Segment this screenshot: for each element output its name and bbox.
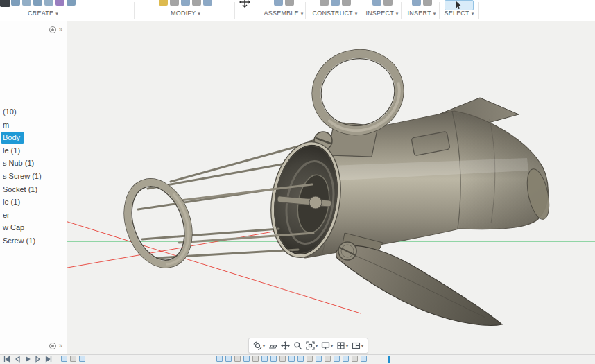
construct-menu[interactable]: CONSTRUCT ▾: [312, 10, 357, 17]
fit-icon: [306, 341, 315, 350]
grid-icon: [336, 341, 345, 350]
timeline-feature-icon[interactable]: [70, 356, 76, 362]
timeline-feature-icon[interactable]: [334, 356, 340, 362]
modify-tool-icon[interactable]: [181, 0, 190, 6]
data-panel-icon[interactable]: [0, 0, 10, 7]
model-blade-hinge-screw[interactable]: [338, 242, 356, 260]
timeline-feature-icon[interactable]: [225, 356, 232, 362]
press-pull-icon[interactable]: [159, 0, 168, 6]
create-form-icon[interactable]: [55, 0, 64, 6]
modify-tool-icon[interactable]: [192, 0, 201, 6]
timeline-feature-icon[interactable]: [234, 356, 241, 362]
timeline-feature-icon[interactable]: [279, 356, 286, 362]
browser-collapse-toggle-bottom[interactable]: »: [49, 343, 62, 349]
step-forward-button[interactable]: [35, 356, 42, 363]
timeline-feature-icon[interactable]: [79, 356, 85, 362]
create-tool-icon[interactable]: [44, 0, 53, 6]
inspect-menu[interactable]: INSPECT ▾: [365, 10, 398, 17]
caret-down-icon: ▾: [331, 343, 333, 348]
assemble-tool-icon[interactable]: [285, 0, 294, 6]
timeline-feature-icon[interactable]: [216, 356, 223, 362]
create-tool-icon[interactable]: [22, 0, 31, 6]
caret-down-icon: ▾: [396, 11, 399, 16]
zoom-button[interactable]: [292, 340, 304, 352]
go-to-end-button[interactable]: [45, 356, 52, 363]
model-front-ring[interactable]: [112, 169, 204, 277]
viewports-button[interactable]: ▾: [350, 340, 365, 352]
toolbar-divider: [439, 2, 440, 19]
grid-and-snaps-button[interactable]: ▾: [335, 340, 350, 352]
select-tool-highlight[interactable]: [445, 0, 474, 10]
toolbar-group-create: CREATE ▾: [4, 0, 82, 21]
browser-item[interactable]: s Nub (1): [0, 157, 67, 170]
modify-menu[interactable]: MODIFY ▾: [171, 10, 200, 17]
look-at-icon: [268, 341, 277, 350]
construct-tool-icon[interactable]: [320, 0, 329, 6]
toolbar-divider: [305, 2, 306, 19]
timeline-feature-icon[interactable]: [61, 356, 67, 362]
browser-item[interactable]: er: [0, 209, 67, 222]
browser-item[interactable]: m: [0, 119, 67, 132]
timeline-feature-icon[interactable]: [343, 356, 349, 362]
caret-down-icon: ▾: [301, 11, 304, 16]
timeline-feature-icon[interactable]: [316, 356, 322, 362]
timeline-feature-icon[interactable]: [243, 356, 250, 362]
toolbar-divider: [134, 2, 135, 19]
insert-menu[interactable]: INSERT ▾: [408, 10, 436, 17]
browser-item-label: m: [1, 119, 10, 130]
step-back-button[interactable]: [14, 356, 21, 363]
browser-item[interactable]: le (1): [0, 196, 67, 209]
timeline-feature-icon[interactable]: [298, 356, 304, 362]
navigation-bar: ▾: [248, 338, 368, 354]
browser-item-label: s Nub (1): [1, 157, 35, 168]
timeline-feature-icon[interactable]: [307, 356, 313, 362]
browser-item[interactable]: le (1): [0, 144, 67, 157]
create-tool-icon[interactable]: [11, 0, 20, 6]
browser-item-label: Body: [1, 132, 24, 144]
insert-tool-icon[interactable]: [423, 0, 432, 6]
assemble-tool-icon[interactable]: [274, 0, 283, 6]
inspect-tool-icon[interactable]: [372, 0, 381, 6]
create-tool-icon[interactable]: [67, 0, 76, 6]
browser-item[interactable]: w Cap: [0, 221, 67, 234]
timeline-feature-icon[interactable]: [252, 356, 259, 362]
browser-collapse-toggle-top[interactable]: »: [49, 26, 62, 33]
create-menu[interactable]: CREATE ▾: [28, 10, 58, 17]
assemble-menu[interactable]: ASSEMBLE ▾: [264, 10, 304, 17]
fusion-app-window: CREATE ▾ MODIFY ▾: [0, 0, 595, 364]
timeline-feature-icon[interactable]: [288, 356, 295, 362]
create-tool-icon[interactable]: [33, 0, 42, 6]
timeline-feature-icon[interactable]: [270, 356, 277, 362]
timeline-feature-icon[interactable]: [361, 356, 367, 362]
model-scene[interactable]: [0, 0, 595, 364]
construct-tool-icon[interactable]: [331, 0, 340, 6]
move-tool-icon[interactable]: [239, 0, 251, 8]
modify-menu-label: MODIFY: [171, 10, 196, 17]
insert-tool-icon[interactable]: [412, 0, 421, 6]
browser-item[interactable]: s Screw (1): [0, 170, 67, 183]
timeline-playback-controls: [3, 356, 52, 363]
browser-item-label: s Screw (1): [1, 171, 43, 182]
timeline-feature-icon[interactable]: [261, 356, 268, 362]
browser-item[interactable]: (10): [0, 105, 67, 119]
construct-tool-icon[interactable]: [342, 0, 351, 6]
pan-button[interactable]: [279, 340, 291, 352]
modify-tool-icon[interactable]: [170, 0, 179, 6]
timeline-feature-icon[interactable]: [325, 356, 331, 362]
play-button[interactable]: [24, 356, 31, 363]
browser-item[interactable]: Screw (1): [0, 234, 67, 248]
go-to-start-button[interactable]: [3, 356, 10, 363]
look-at-button[interactable]: [267, 340, 279, 352]
timeline-position-marker[interactable]: [388, 356, 390, 363]
browser-item[interactable]: Socket (1): [0, 183, 67, 196]
fit-button[interactable]: ▾: [304, 340, 319, 352]
orbit-button[interactable]: ▾: [252, 340, 266, 352]
select-menu[interactable]: SELECT ▾: [445, 10, 474, 17]
toolbar-divider: [478, 2, 479, 19]
inspect-tool-icon[interactable]: [383, 0, 393, 6]
browser-item-selected[interactable]: Body: [0, 131, 67, 144]
timeline-feature-icon[interactable]: [352, 356, 358, 362]
toolbar-group-assemble: ASSEMBLE ▾: [259, 0, 308, 21]
modify-tool-icon[interactable]: [203, 0, 212, 6]
display-settings-button[interactable]: ▾: [320, 340, 334, 352]
